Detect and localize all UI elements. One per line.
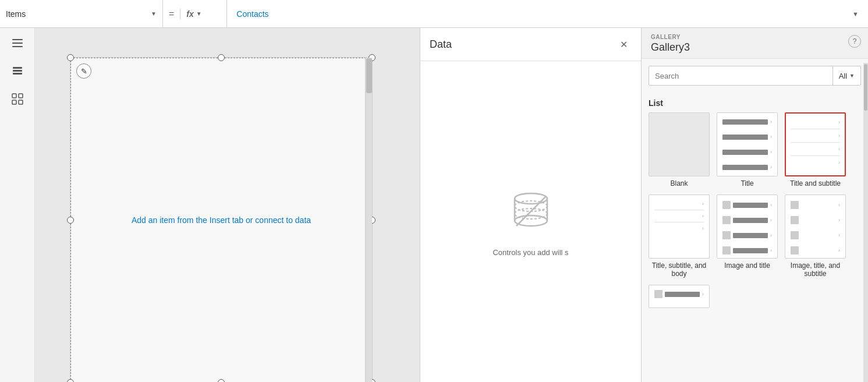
- search-input[interactable]: [655, 72, 827, 80]
- formula-fx-icon: fx: [186, 9, 193, 19]
- formula-bar[interactable]: fx ▼: [180, 0, 227, 27]
- its-row-1: ›: [791, 201, 840, 209]
- gallery-item-blank[interactable]: Blank: [649, 112, 710, 188]
- sidebar-icon-hamburger[interactable]: [9, 35, 26, 51]
- left-sidebar: [0, 28, 35, 382]
- canvas-placeholder-text: Add an item from the Insert tab or conne…: [132, 215, 311, 225]
- gallery-item-title[interactable]: › › ›: [717, 112, 778, 188]
- canvas-placeholder-label: Add an item from the Insert tab or conne…: [132, 215, 311, 225]
- gallery-thumb-title-subtitle: › ›: [785, 112, 846, 176]
- it-row-1: ›: [722, 201, 772, 209]
- svg-rect-1: [12, 43, 23, 44]
- search-row: All ▼: [649, 66, 861, 86]
- title-text-bar-3: [722, 150, 768, 155]
- its-row-3: ›: [791, 231, 840, 239]
- gallery-name: Gallery3: [651, 41, 859, 54]
- title-text-bar: [722, 119, 768, 125]
- resize-handle-tl[interactable]: [67, 54, 74, 61]
- ts-row-2: ›: [791, 133, 840, 139]
- canvas-scrollbar-thumb: [366, 58, 372, 93]
- gallery-panel-header: GALLERY Gallery3: [642, 28, 868, 59]
- controls-text: Controls you add will s: [493, 248, 568, 257]
- database-icon: [508, 188, 554, 237]
- gallery-item-image-title[interactable]: › › ›: [717, 194, 778, 278]
- items-dropdown[interactable]: Items ▼: [0, 0, 163, 27]
- arrow-1: ›: [770, 119, 772, 125]
- canvas-area: ✎ Add an item from the Insert tab or con…: [35, 28, 420, 382]
- data-panel-close-button[interactable]: ✕: [615, 36, 632, 52]
- svg-rect-3: [13, 67, 22, 69]
- ts-arrow-1: ›: [838, 119, 840, 125]
- list-section-label: List: [649, 93, 861, 112]
- gallery-label-blank: Blank: [670, 179, 688, 188]
- resize-handle-bc[interactable]: [218, 379, 225, 382]
- title-text-bar-4: [722, 165, 768, 170]
- equals-sign: =: [163, 9, 180, 19]
- gallery-label-title: Title: [741, 179, 753, 188]
- title-row-2: ›: [722, 134, 772, 140]
- gallery-scroll-area[interactable]: List Blank ›: [642, 93, 868, 382]
- gallery-thumb-blank: [649, 112, 710, 176]
- canvas-scrollbar[interactable]: [365, 58, 372, 382]
- resize-handle-ml[interactable]: [67, 217, 74, 224]
- tsb-row-2: ›: [654, 213, 704, 219]
- it-row-3: ›: [722, 231, 772, 239]
- title-text-bar-2: [722, 135, 768, 140]
- sidebar-icon-layers[interactable]: [9, 63, 26, 79]
- top-bar: Items ▼ = fx ▼ Contacts ▼: [0, 0, 868, 28]
- top-bar-right-dropdown[interactable]: ▼: [843, 10, 868, 17]
- arrow-2: ›: [770, 134, 772, 140]
- gallery-thumb-partial: ›: [649, 285, 710, 308]
- data-panel-title: Data: [430, 38, 452, 51]
- arrow-4: ›: [770, 164, 772, 170]
- gallery-label-image-title: Image and title: [724, 261, 770, 270]
- gallery-label-title-subtitle: Title and subtitle: [790, 179, 841, 188]
- canvas-frame[interactable]: ✎ Add an item from the Insert tab or con…: [70, 57, 373, 382]
- items-dropdown-arrow-icon: ▼: [151, 10, 157, 17]
- it-row-4: ›: [722, 246, 772, 254]
- ts-row-1: ›: [791, 119, 840, 125]
- gallery-item-title-subtitle[interactable]: › ›: [785, 112, 846, 188]
- gallery-grid: Blank › ›: [649, 112, 861, 278]
- main-area: ✎ Add an item from the Insert tab or con…: [0, 28, 868, 382]
- data-panel: Data ✕: [420, 28, 641, 382]
- top-bar-chevron-icon: ▼: [852, 10, 859, 17]
- gallery-thumb-title: › › ›: [717, 112, 778, 176]
- gallery-scrollbar[interactable]: [863, 63, 868, 382]
- search-input-wrapper[interactable]: [649, 66, 833, 86]
- resize-handle-bl[interactable]: [67, 379, 74, 382]
- items-dropdown-label: Items: [6, 9, 146, 19]
- svg-rect-4: [13, 70, 22, 72]
- gallery-partial-item[interactable]: ›: [649, 285, 861, 308]
- gallery-thumb-image-title-subtitle: › ›: [785, 194, 846, 259]
- ts-arrow-2: ›: [838, 133, 840, 139]
- ts-row-4: ›: [791, 160, 840, 165]
- gallery-section-label: GALLERY: [651, 34, 859, 40]
- title-row-4: ›: [722, 164, 772, 170]
- search-filter-label: All: [839, 72, 847, 80]
- contacts-field[interactable]: Contacts: [227, 0, 843, 27]
- db-icon-container: [505, 186, 557, 239]
- edit-icon[interactable]: ✎: [76, 63, 91, 79]
- data-panel-header: Data ✕: [420, 28, 641, 61]
- svg-rect-2: [12, 46, 23, 47]
- sidebar-icon-grid[interactable]: [9, 91, 26, 107]
- svg-rect-9: [19, 100, 23, 104]
- gallery-item-image-title-subtitle[interactable]: › ›: [785, 194, 846, 278]
- svg-rect-8: [12, 100, 16, 104]
- ts-arrow-4: ›: [838, 160, 840, 165]
- ts-arrow-3: ›: [838, 146, 840, 152]
- resize-handle-tc[interactable]: [218, 54, 225, 61]
- data-panel-body: Controls you add will s: [420, 61, 641, 382]
- ts-row-3: ›: [791, 146, 840, 152]
- gallery-panel: GALLERY Gallery3 ? All ▼ List Bl: [641, 28, 868, 382]
- gallery-item-tsb[interactable]: › ›: [649, 194, 710, 278]
- gallery-scrollbar-thumb: [864, 64, 867, 111]
- it-row-2: ›: [722, 216, 772, 224]
- title-row-3: ›: [722, 149, 772, 155]
- search-filter-dropdown[interactable]: All ▼: [833, 66, 861, 86]
- title-row-1: ›: [722, 119, 772, 125]
- its-row-4: ›: [791, 246, 840, 254]
- help-icon[interactable]: ?: [848, 35, 861, 48]
- contacts-value: Contacts: [236, 9, 268, 19]
